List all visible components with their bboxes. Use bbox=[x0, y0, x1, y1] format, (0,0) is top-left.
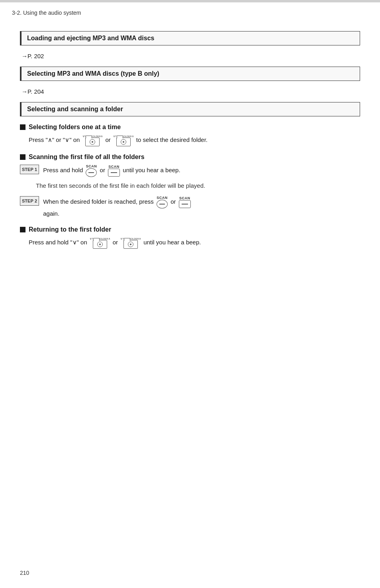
scan-btn-circle-2: SCAN bbox=[157, 196, 168, 208]
section-loading-title: Loading and ejecting MP3 and WMA discs bbox=[27, 35, 154, 41]
main-content: Loading and ejecting MP3 and WMA discs →… bbox=[0, 20, 380, 269]
section-scanning: Selecting and scanning a folder bbox=[20, 102, 360, 116]
step-2-row: STEP 2 When the desired folder is reache… bbox=[20, 196, 360, 219]
section-scanning-title: Selecting and scanning a folder bbox=[27, 106, 123, 112]
section-selecting: Selecting MP3 and WMA discs (type B only… bbox=[20, 67, 360, 81]
subsection-one-body: Press "∧" or "∨" on ∨TYPE·FOLDER∧ or ∨TY… bbox=[20, 135, 360, 146]
folder-button-2: ∨TYPE·FOLDER∧ bbox=[113, 135, 134, 146]
section-loading: Loading and ejecting MP3 and WMA discs bbox=[20, 31, 360, 45]
page-header: 3-2. Using the audio system bbox=[0, 2, 380, 20]
step-1-row: STEP 1 Press and hold SCAN or SCAN until… bbox=[20, 165, 360, 177]
scan-btn-rect: SCAN bbox=[108, 165, 120, 177]
page-number: 210 bbox=[20, 570, 29, 576]
step-2-box: STEP 2 bbox=[20, 196, 39, 206]
scan-btn-circle: SCAN bbox=[86, 165, 97, 177]
folder-button-1: ∨TYPE·FOLDER∧ bbox=[82, 135, 103, 146]
step-2-content: When the desired folder is reached, pres… bbox=[43, 196, 360, 219]
step-1-box: STEP 1 bbox=[20, 165, 39, 174]
step-1-content: Press and hold SCAN or SCAN until you he… bbox=[43, 165, 360, 177]
bullet-icon bbox=[20, 124, 25, 130]
step-1-note: The first ten seconds of the first file … bbox=[20, 181, 360, 191]
folder-button-3: ∨TYPE·FOLDER∧ bbox=[90, 237, 110, 249]
subsection-return-body: Press and hold "∨" on ∨TYPE·FOLDER∧ or ∨… bbox=[20, 237, 360, 249]
subsection-one-at-a-time: Selecting folders one at a time Press "∧… bbox=[20, 124, 360, 146]
folder-button-4: ∨TYPE·FOLDER∧ bbox=[120, 237, 141, 249]
subsection-scan-title: Scanning the first file of all the folde… bbox=[20, 153, 360, 161]
header-text: 3-2. Using the audio system bbox=[12, 10, 81, 16]
scan-btn-rect-2: SCAN bbox=[179, 197, 191, 208]
bullet-icon-3 bbox=[20, 227, 25, 232]
subsection-return-title: Returning to the first folder bbox=[20, 226, 360, 233]
section-selecting-ref: →P. 204 bbox=[20, 88, 360, 95]
section-loading-ref: →P. 202 bbox=[20, 53, 360, 59]
subsection-scan-all: Scanning the first file of all the folde… bbox=[20, 153, 360, 219]
bullet-icon-2 bbox=[20, 154, 25, 160]
subsection-return: Returning to the first folder Press and … bbox=[20, 226, 360, 249]
subsection-one-title: Selecting folders one at a time bbox=[20, 124, 360, 131]
section-selecting-title: Selecting MP3 and WMA discs (type B only… bbox=[27, 70, 159, 77]
